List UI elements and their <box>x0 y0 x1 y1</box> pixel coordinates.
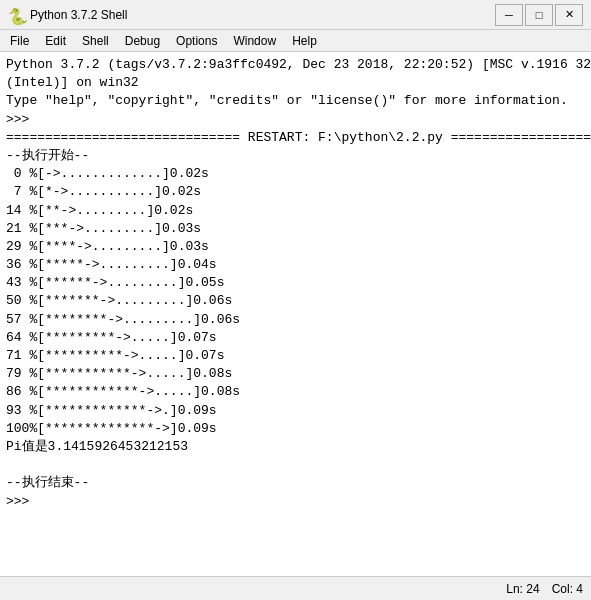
menu-options[interactable]: Options <box>170 32 223 50</box>
line-number: Ln: 24 <box>506 582 539 596</box>
minimize-button[interactable]: ─ <box>495 4 523 26</box>
menu-help[interactable]: Help <box>286 32 323 50</box>
menu-debug[interactable]: Debug <box>119 32 166 50</box>
status-bar: Ln: 24 Col: 4 <box>0 576 591 600</box>
menu-file[interactable]: File <box>4 32 35 50</box>
python-icon: 🐍 <box>8 7 24 23</box>
title-bar-controls: ─ □ ✕ <box>495 4 583 26</box>
col-number: Col: 4 <box>552 582 583 596</box>
maximize-button[interactable]: □ <box>525 4 553 26</box>
menu-bar: File Edit Shell Debug Options Window Hel… <box>0 30 591 52</box>
title-bar: 🐍 Python 3.7.2 Shell ─ □ ✕ <box>0 0 591 30</box>
title-bar-left: 🐍 Python 3.7.2 Shell <box>8 7 127 23</box>
menu-window[interactable]: Window <box>227 32 282 50</box>
shell-output: Python 3.7.2 (tags/v3.7.2:9a3ffc0492, De… <box>6 56 585 511</box>
menu-shell[interactable]: Shell <box>76 32 115 50</box>
title-text: Python 3.7.2 Shell <box>30 8 127 22</box>
menu-edit[interactable]: Edit <box>39 32 72 50</box>
shell-area[interactable]: Python 3.7.2 (tags/v3.7.2:9a3ffc0492, De… <box>0 52 591 576</box>
close-button[interactable]: ✕ <box>555 4 583 26</box>
